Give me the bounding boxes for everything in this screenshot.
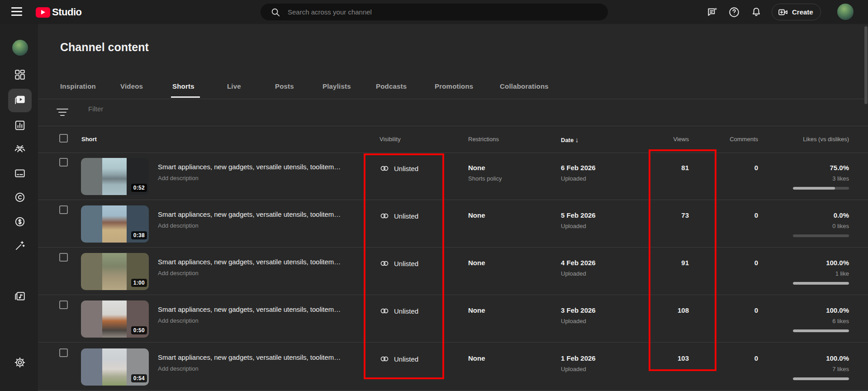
short-thumbnail[interactable]: 0:38 xyxy=(81,205,149,243)
short-thumbnail[interactable]: 0:54 xyxy=(81,348,149,386)
tab-promotions[interactable]: Promotions xyxy=(435,82,473,90)
col-header-comments[interactable]: Comments xyxy=(713,136,758,143)
views-value: 91 xyxy=(644,259,689,267)
send-feedback-icon[interactable] xyxy=(707,6,718,18)
tab-shorts[interactable]: Shorts xyxy=(172,82,194,90)
sidebar-item-community[interactable] xyxy=(14,143,26,155)
duration-badge: 1:00 xyxy=(131,279,147,287)
sidebar-item-copyright[interactable] xyxy=(14,191,26,203)
table-row[interactable]: 0:54 Smart appliances, new gadgets, vers… xyxy=(38,343,868,391)
col-header-visibility[interactable]: Visibility xyxy=(379,136,401,143)
channel-avatar[interactable] xyxy=(12,40,28,56)
help-icon[interactable] xyxy=(728,6,740,18)
add-description-link[interactable]: Add description xyxy=(158,270,199,277)
short-title[interactable]: Smart appliances, new gadgets, versatile… xyxy=(158,258,307,266)
account-avatar[interactable] xyxy=(837,4,854,20)
sidebar-item-analytics[interactable] xyxy=(14,119,26,131)
thumbnail-photo xyxy=(102,348,127,386)
add-description-link[interactable]: Add description xyxy=(158,317,199,324)
menu-icon[interactable] xyxy=(11,6,23,17)
filter-input[interactable]: Filter xyxy=(88,105,103,113)
link-icon xyxy=(379,306,389,316)
like-ratio-bar xyxy=(793,329,849,332)
short-thumbnail[interactable]: 0:52 xyxy=(81,158,149,195)
likes-percent: 100.0% xyxy=(759,354,849,362)
visibility-cell[interactable]: Unlisted xyxy=(379,258,418,268)
tab-playlists[interactable]: Playlists xyxy=(323,82,351,90)
sidebar-item-settings[interactable] xyxy=(14,357,26,368)
col-header-views[interactable]: Views xyxy=(644,136,689,143)
table-row[interactable]: 1:00 Smart appliances, new gadgets, vers… xyxy=(38,248,868,295)
row-checkbox[interactable] xyxy=(59,205,68,214)
thumbnail-photo xyxy=(102,205,127,243)
table-row[interactable]: 0:50 Smart appliances, new gadgets, vers… xyxy=(38,295,868,343)
row-checkbox[interactable] xyxy=(59,348,68,357)
restrictions-value: None xyxy=(468,164,485,172)
create-button[interactable]: Create xyxy=(772,4,821,20)
short-thumbnail[interactable]: 0:50 xyxy=(81,300,149,338)
visibility-cell[interactable]: Unlisted xyxy=(379,354,418,364)
thumbnail-photo xyxy=(102,158,127,195)
filter-icon[interactable] xyxy=(57,109,69,117)
date-label: Date xyxy=(561,137,574,143)
add-description-link[interactable]: Add description xyxy=(158,365,199,372)
notifications-icon[interactable] xyxy=(750,6,762,18)
tab-live[interactable]: Live xyxy=(227,82,241,90)
visibility-label: Unlisted xyxy=(394,212,418,220)
visibility-cell[interactable]: Unlisted xyxy=(379,306,418,316)
date-sub: Uploaded xyxy=(561,366,586,372)
date-sub: Uploaded xyxy=(561,318,586,324)
page-title: Channel content xyxy=(60,41,149,54)
table-row[interactable]: 0:38 Smart appliances, new gadgets, vers… xyxy=(38,200,868,248)
scrollbar-thumb[interactable] xyxy=(864,26,868,104)
restrictions-value: None xyxy=(468,306,485,314)
tab-podcasts[interactable]: Podcasts xyxy=(376,82,407,90)
row-checkbox[interactable] xyxy=(59,253,68,262)
col-header-likes[interactable]: Likes (vs dislikes) xyxy=(759,136,849,143)
sidebar-item-earn[interactable] xyxy=(14,216,26,228)
date-sub: Uploaded xyxy=(561,270,586,277)
row-divider xyxy=(38,342,868,343)
search-input[interactable] xyxy=(288,8,559,16)
table-row[interactable]: 0:52 Smart appliances, new gadgets, vers… xyxy=(38,153,868,200)
restrictions-value: None xyxy=(468,354,485,362)
restrictions-sub[interactable]: Shorts policy xyxy=(468,175,502,182)
short-title[interactable]: Smart appliances, new gadgets, versatile… xyxy=(158,210,307,218)
tab-videos[interactable]: Videos xyxy=(120,82,143,90)
short-title[interactable]: Smart appliances, new gadgets, versatile… xyxy=(158,353,307,361)
tab-posts[interactable]: Posts xyxy=(275,82,294,90)
add-description-link[interactable]: Add description xyxy=(158,175,199,181)
search-bar[interactable] xyxy=(261,4,608,20)
comments-value: 0 xyxy=(713,259,758,267)
col-header-short[interactable]: Short xyxy=(81,136,97,143)
row-checkbox[interactable] xyxy=(59,158,68,167)
sidebar-item-dashboard[interactable] xyxy=(14,69,26,81)
sidebar-item-content[interactable] xyxy=(14,95,26,106)
like-ratio-fill xyxy=(793,329,849,332)
likes-count: 7 likes xyxy=(759,366,849,372)
row-checkbox[interactable] xyxy=(59,300,68,309)
visibility-cell[interactable]: Unlisted xyxy=(379,211,418,221)
views-value: 81 xyxy=(644,164,689,172)
short-title[interactable]: Smart appliances, new gadgets, versatile… xyxy=(158,163,307,171)
col-header-date[interactable]: Date ↓ xyxy=(561,136,579,143)
add-description-link[interactable]: Add description xyxy=(158,222,199,229)
youtube-studio-logo[interactable]: Studio xyxy=(36,6,81,18)
thumbnail-photo xyxy=(102,253,127,290)
tab-collaborations[interactable]: Collaborations xyxy=(500,82,549,90)
tab-inspiration[interactable]: Inspiration xyxy=(60,82,96,90)
short-thumbnail[interactable]: 1:00 xyxy=(81,253,149,290)
filter-bar: Filter xyxy=(38,99,868,126)
short-title[interactable]: Smart appliances, new gadgets, versatile… xyxy=(158,305,307,313)
sidebar-item-customization[interactable] xyxy=(14,240,26,252)
comments-value: 0 xyxy=(713,211,758,219)
comments-value: 0 xyxy=(713,354,758,362)
sidebar-item-audio-library[interactable] xyxy=(14,291,26,302)
link-icon xyxy=(379,258,389,268)
date-value: 5 Feb 2026 xyxy=(561,211,596,219)
sidebar-item-subtitles[interactable] xyxy=(14,167,26,179)
visibility-cell[interactable]: Unlisted xyxy=(379,163,418,173)
views-value: 103 xyxy=(644,354,689,362)
col-header-restrictions[interactable]: Restrictions xyxy=(468,136,499,143)
select-all-checkbox[interactable] xyxy=(59,134,68,143)
